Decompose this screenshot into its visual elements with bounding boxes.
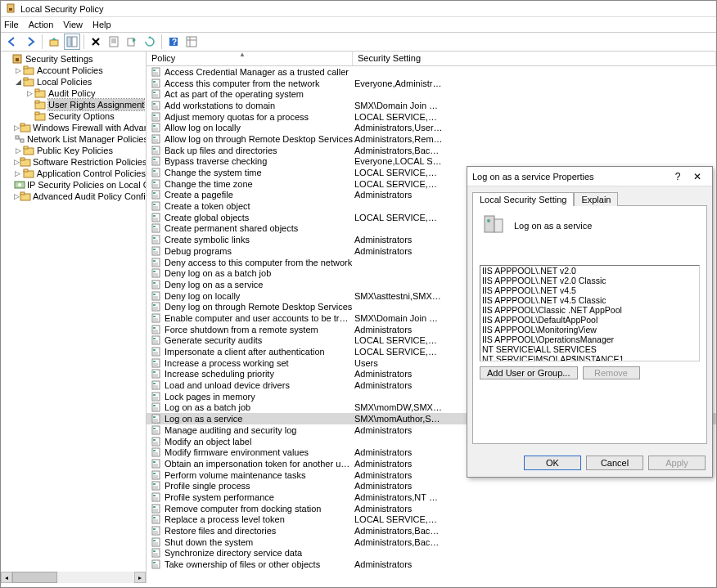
scroll-thumb[interactable] xyxy=(12,572,57,583)
policy-row[interactable]: Adjust memory quotas for a processLOCAL … xyxy=(147,111,716,123)
expand-icon[interactable]: ▷ xyxy=(14,156,20,168)
dialog-tabs: Local Security Setting Explain xyxy=(472,191,707,205)
window-title: Local Security Policy xyxy=(20,4,104,14)
principal-item[interactable]: NT SERVICE\ALL SERVICES xyxy=(480,344,699,354)
principals-listbox[interactable]: IIS APPPOOL\.NET v2.0IIS APPPOOL\.NET v2… xyxy=(480,265,700,361)
expand-icon[interactable]: ▷ xyxy=(14,191,20,202)
add-user-or-group-button[interactable]: Add User or Group... xyxy=(480,366,578,379)
tab-explain[interactable]: Explain xyxy=(574,192,618,206)
tab-local-security-setting[interactable]: Local Security Setting xyxy=(472,192,574,206)
menu-view[interactable]: View xyxy=(63,20,83,29)
svg-rect-12 xyxy=(187,37,196,47)
tree-item-label: Account Policies xyxy=(37,65,103,76)
principal-item[interactable]: NT SERVICE\MSOLAP$INSTANCE1 xyxy=(480,354,699,361)
scroll-right-arrow[interactable]: ▸ xyxy=(134,572,146,583)
svg-rect-195 xyxy=(153,495,156,496)
policy-row[interactable]: Profile single processAdministrators xyxy=(147,480,716,491)
tree-item[interactable]: User Rights Assignment xyxy=(2,99,146,110)
svg-rect-24 xyxy=(35,101,39,103)
policy-row[interactable]: Take ownership of files or other objects… xyxy=(147,559,716,570)
remove-button[interactable]: Remove xyxy=(583,366,640,379)
tree-item[interactable]: ▷Account Policies xyxy=(2,65,146,76)
scroll-left-arrow[interactable]: ◂ xyxy=(1,572,12,583)
svg-rect-33 xyxy=(24,146,28,149)
properties-button[interactable] xyxy=(106,34,122,50)
principal-item[interactable]: IIS APPPOOL\.NET v4.5 Classic xyxy=(480,295,699,305)
tree-root-label[interactable]: Security Settings xyxy=(25,53,93,65)
dialog-close-button[interactable]: ✕ xyxy=(688,171,707,182)
svg-rect-159 xyxy=(153,394,156,396)
up-button[interactable] xyxy=(46,34,62,50)
security-settings-icon xyxy=(11,53,24,65)
policy-row[interactable]: Restore files and directoriesAdministrat… xyxy=(147,525,716,536)
menu-file[interactable]: File xyxy=(4,20,19,29)
policy-row[interactable]: Act as part of the operating system xyxy=(147,88,716,100)
dialog-policy-name: Log on as a service xyxy=(514,221,592,231)
policy-row[interactable]: Back up files and directoriesAdministrat… xyxy=(147,145,716,156)
policy-row[interactable]: Shut down the systemAdministrators,Backu… xyxy=(147,536,716,548)
expand-icon[interactable]: ▷ xyxy=(14,65,22,76)
policy-setting: LOCAL SERVICE,Admini... xyxy=(353,168,443,177)
policy-icon xyxy=(150,469,163,481)
policy-row[interactable]: Remove computer from docking stationAdmi… xyxy=(147,503,716,514)
list-view-button[interactable] xyxy=(183,34,200,50)
dialog-help-button[interactable]: ? xyxy=(668,171,688,182)
menu-action[interactable]: Action xyxy=(29,20,54,29)
tree-item[interactable]: ▷Software Restriction Policies xyxy=(2,156,146,168)
policy-row[interactable]: Allow log on locallyAdministrators,Users… xyxy=(147,122,716,133)
svg-rect-87 xyxy=(153,192,156,194)
policy-name: Remove computer from docking station xyxy=(165,504,353,514)
tree-item[interactable]: ▷Audit Policy xyxy=(2,88,146,99)
principal-item[interactable]: IIS APPPOOL\.NET v2.0 xyxy=(480,266,699,276)
column-header-policy[interactable]: Policy ▲ xyxy=(147,52,353,65)
back-button[interactable] xyxy=(4,34,20,50)
policy-name: Access this computer from the network xyxy=(165,79,353,88)
folder-icon xyxy=(20,122,31,133)
policy-row[interactable]: Replace a process level tokenLOCAL SERVI… xyxy=(147,514,716,526)
svg-rect-71 xyxy=(153,148,156,150)
menu-help[interactable]: Help xyxy=(92,20,111,29)
tree-item[interactable]: Security Options xyxy=(2,110,146,122)
tree-item[interactable]: IP Security Policies on Local Compute xyxy=(2,179,146,191)
tree-horizontal-scrollbar[interactable]: ◂ ▸ xyxy=(1,572,146,583)
svg-rect-179 xyxy=(153,450,156,451)
expand-icon[interactable]: ▷ xyxy=(14,145,22,156)
expand-icon[interactable]: ◢ xyxy=(14,76,22,88)
tree-item[interactable]: ▷Public Key Policies xyxy=(2,145,146,156)
expand-icon[interactable]: ▷ xyxy=(25,88,34,99)
principal-item[interactable]: IIS APPPOOL\Classic .NET AppPool xyxy=(480,305,699,315)
column-header-setting[interactable]: Security Setting xyxy=(353,52,716,65)
policy-row[interactable]: Synchronize directory service data xyxy=(147,548,716,559)
principal-item[interactable]: IIS APPPOOL\MonitoringView xyxy=(480,325,699,334)
apply-button[interactable]: Apply xyxy=(648,456,706,470)
tree-item[interactable]: ▷Advanced Audit Policy Configuration xyxy=(2,191,146,202)
dialog-title-bar[interactable]: Log on as a service Properties ? ✕ xyxy=(467,167,712,186)
tree-item[interactable]: Network List Manager Policies xyxy=(2,133,146,145)
principal-item[interactable]: IIS APPPOOL\OperationsManager xyxy=(480,334,699,344)
principal-item[interactable]: IIS APPPOOL\.NET v2.0 Classic xyxy=(480,276,699,285)
forward-button[interactable] xyxy=(22,34,38,50)
refresh-button[interactable] xyxy=(142,34,158,50)
show-hide-tree-button[interactable] xyxy=(64,34,80,50)
export-button[interactable] xyxy=(124,34,140,50)
policy-row[interactable]: Allow log on through Remote Desktop Serv… xyxy=(147,133,716,145)
policy-row[interactable]: Access this computer from the networkEve… xyxy=(147,78,716,89)
policy-row[interactable]: Add workstations to domainSMX\Domain Joi… xyxy=(147,100,716,111)
tree-item-label: Local Policies xyxy=(37,76,92,88)
cancel-button[interactable]: Cancel xyxy=(586,456,643,470)
tree-item[interactable]: ▷Windows Firewall with Advanced Sec xyxy=(2,122,146,133)
svg-rect-35 xyxy=(20,158,25,160)
tree-item[interactable]: ◢Local Policies xyxy=(2,76,146,88)
expand-icon[interactable]: ▷ xyxy=(14,168,22,179)
policy-icon xyxy=(150,290,163,302)
policy-row[interactable]: Profile system performanceAdministrators… xyxy=(147,491,716,503)
help-button[interactable]: ? xyxy=(165,34,182,50)
ok-button[interactable]: OK xyxy=(524,456,581,470)
tree-item[interactable]: ▷Application Control Policies xyxy=(2,168,146,179)
principal-item[interactable]: IIS APPPOOL\DefaultAppPool xyxy=(480,315,699,325)
expand-icon[interactable]: ▷ xyxy=(14,122,20,133)
policy-row[interactable]: Access Credential Manager as a trusted c… xyxy=(147,66,716,78)
delete-button[interactable] xyxy=(88,34,104,50)
principal-item[interactable]: IIS APPPOOL\.NET v4.5 xyxy=(480,285,699,295)
svg-rect-41 xyxy=(20,192,25,195)
